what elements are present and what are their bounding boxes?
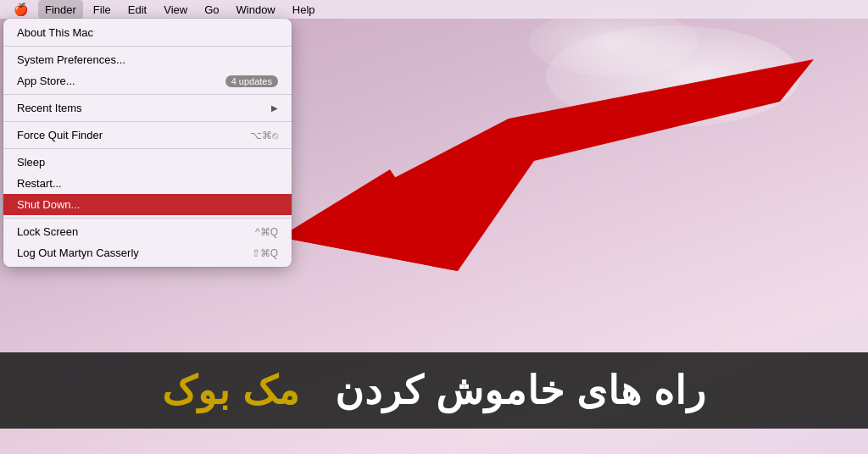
menubar-view[interactable]: View xyxy=(157,0,194,19)
menubar-window[interactable]: Window xyxy=(230,0,282,19)
app-store-badge: 4 updates xyxy=(225,75,278,87)
menubar: 🍎 Finder File Edit View Go Window Help xyxy=(0,0,868,19)
title-highlight: مک بوک xyxy=(162,368,300,412)
menu-item-logout[interactable]: Log Out Martyn Casserly ⇧⌘Q xyxy=(3,242,292,263)
title-bar: راه های خاموش کردن مک بوک xyxy=(0,352,868,429)
menubar-help[interactable]: Help xyxy=(286,0,322,19)
menu-divider-1 xyxy=(3,46,292,47)
menu-item-sleep[interactable]: Sleep xyxy=(3,152,292,173)
menubar-edit[interactable]: Edit xyxy=(121,0,153,19)
menu-divider-2 xyxy=(3,94,292,95)
title-text: راه های خاموش کردن مک بوک xyxy=(162,368,705,413)
menu-item-recent-items[interactable]: Recent Items ▶ xyxy=(3,97,292,119)
apple-logo[interactable]: 🍎 xyxy=(7,3,35,16)
menu-item-lock-screen[interactable]: Lock Screen ^⌘Q xyxy=(3,221,292,242)
menu-item-shutdown[interactable]: Shut Down... xyxy=(3,194,292,215)
menu-divider-4 xyxy=(3,148,292,149)
menu-divider-5 xyxy=(3,218,292,219)
apple-menu: About This Mac System Preferences... App… xyxy=(3,19,292,267)
submenu-arrow-icon: ▶ xyxy=(271,103,278,113)
menu-item-system-prefs[interactable]: System Preferences... xyxy=(3,49,292,70)
menu-item-app-store[interactable]: App Store... 4 updates xyxy=(3,70,292,91)
menu-item-about[interactable]: About This Mac xyxy=(3,22,292,43)
arrow-container xyxy=(237,51,814,288)
menubar-go[interactable]: Go xyxy=(198,0,225,19)
title-main: راه های خاموش کردن xyxy=(335,368,705,412)
menu-item-restart[interactable]: Restart... xyxy=(3,173,292,194)
menubar-file[interactable]: File xyxy=(86,0,118,19)
menu-divider-3 xyxy=(3,121,292,122)
menu-item-force-quit[interactable]: Force Quit Finder ⌥⌘⎋ xyxy=(3,125,292,146)
menubar-finder[interactable]: Finder xyxy=(38,0,83,19)
